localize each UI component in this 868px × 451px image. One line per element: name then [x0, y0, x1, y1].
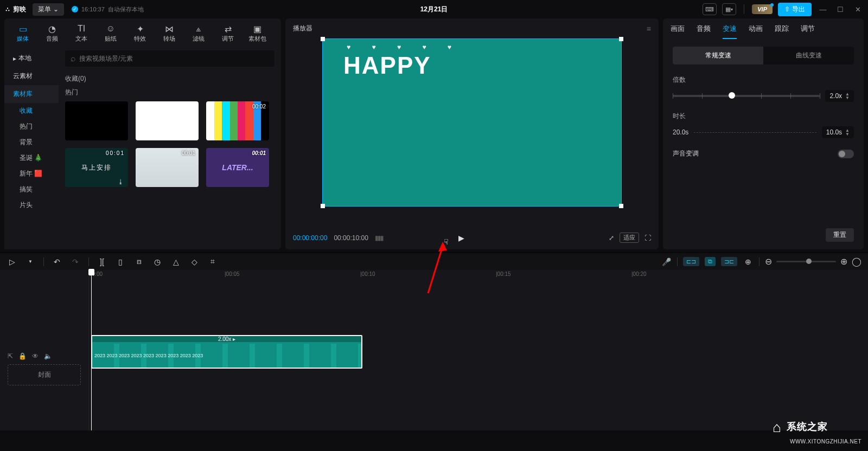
resize-handle[interactable]	[619, 204, 623, 208]
tab-音频[interactable]: ◔音频	[38, 22, 66, 45]
pitch-toggle[interactable]	[838, 150, 854, 158]
media-thumbnail[interactable]	[136, 101, 199, 140]
zoom-in-icon[interactable]: ⊕	[840, 256, 847, 267]
tab-调节[interactable]: ⇄调节	[214, 22, 242, 45]
tab-素材包[interactable]: ▣素材包	[243, 22, 271, 45]
multiplier-slider[interactable]	[673, 95, 820, 97]
fit-button[interactable]: 适应	[620, 233, 639, 243]
mic-icon[interactable]: 🎤	[661, 257, 672, 266]
align-icon[interactable]: ⊕	[743, 257, 754, 266]
media-thumbnail[interactable]: 00:02	[206, 101, 269, 140]
tab-特效[interactable]: ✦特效	[126, 22, 154, 45]
divider	[759, 257, 760, 266]
play-button[interactable]: ▶	[458, 234, 464, 242]
sidebar-sub-新年 🟥[interactable]: 新年 🟥	[4, 166, 59, 182]
search-box[interactable]: ⌕	[65, 50, 275, 67]
media-thumbnail[interactable]: 00:01LATER...	[206, 148, 269, 187]
resize-handle[interactable]	[321, 37, 325, 41]
expand-icon[interactable]: ⇱	[8, 352, 13, 360]
multiplier-value[interactable]: 2.0x ▲▼	[825, 90, 854, 102]
mute-icon[interactable]: 🔈	[44, 352, 52, 360]
inspector-tab-动画[interactable]: 动画	[749, 24, 763, 39]
zoom-fit-icon[interactable]: ◯	[852, 256, 861, 267]
inspector-tab-画面[interactable]: 画面	[671, 24, 685, 39]
seg-normal-speed[interactable]: 常规变速	[673, 47, 763, 65]
timeline-body[interactable]: 00:00|00:05|00:10|00:15|00:20 2.00x ▸ 20…	[89, 270, 868, 430]
select-tool-icon[interactable]: ▷	[7, 257, 17, 266]
menu-button[interactable]: 菜单 ⌄	[33, 3, 64, 16]
tab-icon: ⟁	[196, 24, 201, 34]
rotate-icon[interactable]: △	[170, 257, 181, 266]
fullscreen-icon[interactable]: ⛶	[644, 234, 651, 242]
inspector-tab-调节[interactable]: 调节	[801, 24, 815, 39]
media-thumbnail[interactable]: 00:01马上安排⭳	[65, 148, 128, 187]
media-thumbnail[interactable]	[65, 101, 128, 140]
sidebar-item-云素材[interactable]: 云素材	[4, 67, 59, 85]
speed-mode-toggle[interactable]: 常规变速 曲线变速	[673, 47, 854, 65]
media-thumbnail[interactable]: 00:01	[136, 148, 199, 187]
crop-icon[interactable]: ⌗	[207, 257, 218, 266]
tab-文本[interactable]: TI文本	[67, 22, 95, 45]
window-minimize-button[interactable]: —	[817, 3, 829, 15]
inspector-tab-变速[interactable]: 变速	[723, 24, 737, 39]
player-menu-icon[interactable]: ≡	[647, 24, 651, 33]
select-chevron-icon[interactable]: ▼	[25, 259, 36, 264]
undo-icon[interactable]: ↶	[52, 257, 62, 266]
preview-canvas[interactable]: ♥ ♥ ♥ ♥ ♥ HAPPY	[322, 38, 622, 207]
shortcut-icon[interactable]: ⌨	[703, 3, 717, 15]
divider	[677, 257, 678, 266]
sidebar-sub-搞笑[interactable]: 搞笑	[4, 182, 59, 197]
zoom-control[interactable]: ⊖ ⊕ ◯	[765, 256, 861, 267]
vip-badge[interactable]: VIP	[752, 4, 773, 14]
sidebar-sub-圣诞 🎄[interactable]: 圣诞 🎄	[4, 150, 59, 166]
split-icon[interactable]: ][	[97, 257, 107, 266]
stepper-icon[interactable]: ▲▼	[845, 92, 850, 100]
segments-icon[interactable]: ▮▮▮	[375, 234, 383, 242]
tab-媒体[interactable]: ▭媒体	[9, 22, 37, 45]
resize-handle[interactable]	[321, 204, 325, 208]
mirror-icon[interactable]: ◇	[189, 257, 200, 266]
window-close-button[interactable]: ✕	[852, 3, 864, 15]
export-button[interactable]: ⇧ 导出	[778, 3, 812, 16]
menu-label: 菜单	[38, 5, 51, 14]
zoom-out-icon[interactable]: ⊖	[765, 256, 772, 267]
tab-滤镜[interactable]: ⟁滤镜	[184, 22, 213, 45]
timeline-ruler[interactable]: 00:00|00:05|00:10|00:15|00:20	[89, 270, 868, 281]
lock-icon[interactable]: 🔒	[18, 352, 27, 360]
tab-转场[interactable]: ⋈转场	[155, 22, 183, 45]
magnet-head-icon[interactable]: ⊏⊐	[683, 257, 699, 266]
eye-icon[interactable]: 👁	[32, 352, 39, 360]
sidebar-sub-收藏[interactable]: 收藏	[4, 103, 59, 119]
logo-icon: ⛬	[4, 5, 11, 13]
inspector-tab-跟踪[interactable]: 跟踪	[775, 24, 789, 39]
duration-to-box[interactable]: 10.0s ▲▼	[822, 126, 854, 138]
seg-curve-speed[interactable]: 曲线变速	[763, 47, 854, 65]
sidebar-item-本地[interactable]: ▸本地	[4, 49, 59, 67]
sidebar-sub-片头[interactable]: 片头	[4, 197, 59, 213]
tab-icon: ⇄	[225, 24, 232, 34]
search-input[interactable]	[79, 55, 269, 62]
video-clip[interactable]: 2.00x ▸ 2023 2023 2023 2023 2023 2023 20…	[91, 335, 362, 369]
magnet-icon[interactable]: ⧉	[705, 257, 716, 266]
inspector-tab-音频[interactable]: 音频	[697, 24, 711, 39]
resize-handle[interactable]	[619, 37, 623, 41]
player-title: 播放器	[293, 24, 312, 33]
delete-right-icon[interactable]: ⧈	[133, 257, 144, 266]
download-icon[interactable]: ⭳	[118, 178, 125, 185]
sidebar-sub-背景[interactable]: 背景	[4, 134, 59, 150]
zoom-slider[interactable]	[776, 261, 836, 262]
reset-button[interactable]: 重置	[826, 228, 854, 242]
speed-icon[interactable]: ◷	[152, 257, 163, 266]
clip-speed-label: 2.00x ▸	[92, 336, 361, 342]
cover-button[interactable]: 封面	[8, 364, 81, 385]
sidebar-sub-热门[interactable]: 热门	[4, 119, 59, 134]
redo-icon[interactable]: ↷	[70, 257, 81, 266]
magnet-tail-icon[interactable]: ⊐⊏	[721, 257, 737, 266]
stepper-icon[interactable]: ▲▼	[845, 128, 850, 136]
layout-icon[interactable]: ▦▾	[722, 3, 736, 15]
tab-贴纸[interactable]: ☺贴纸	[97, 22, 125, 45]
delete-left-icon[interactable]: ▯	[115, 257, 126, 266]
scale-icon[interactable]: ⤢	[609, 234, 614, 242]
window-maximize-button[interactable]: ☐	[834, 3, 846, 15]
sidebar-item-素材库[interactable]: 素材库	[4, 85, 59, 103]
